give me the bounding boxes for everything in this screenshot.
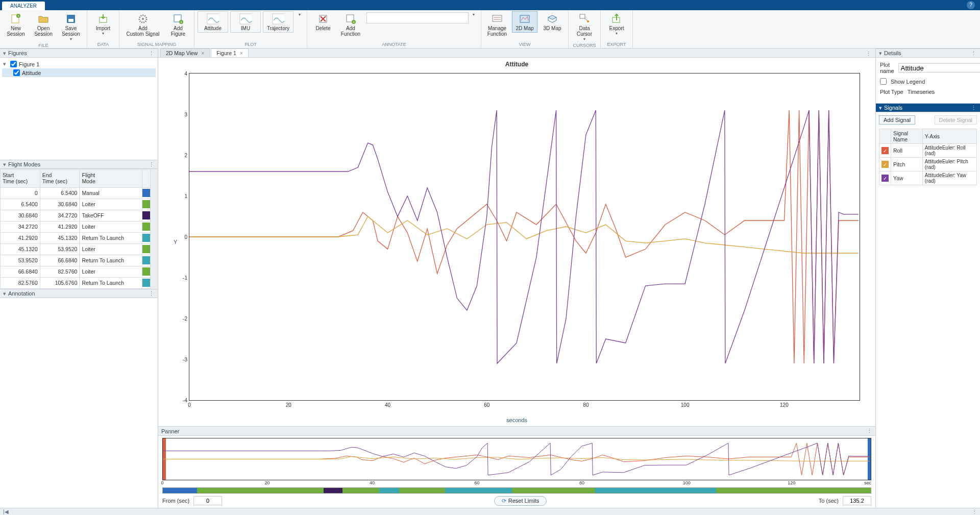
annotate-input[interactable] bbox=[366, 12, 469, 23]
signals-panel-header[interactable]: ▾ Signals ⋮ bbox=[876, 103, 980, 112]
plot-area[interactable]: Attitude Y seconds -4-3-2-10123402040608… bbox=[158, 58, 875, 426]
chevron-down-icon: ▼ bbox=[69, 37, 73, 41]
collapse-icon[interactable]: ▾ bbox=[3, 290, 6, 297]
collapse-icon[interactable]: ▾ bbox=[3, 50, 6, 57]
figure-child-checkbox[interactable] bbox=[13, 69, 20, 76]
2d-map-button[interactable]: 2D Map bbox=[512, 11, 537, 33]
plot-gallery-expand[interactable]: ▼ bbox=[296, 11, 304, 18]
new-session-button[interactable]: + New Session bbox=[3, 11, 29, 38]
panel-menu-icon[interactable]: ⋮ bbox=[149, 50, 155, 57]
signal-row[interactable]: ✓YawAttitudeEuler: Yaw (rad) bbox=[879, 171, 977, 185]
flight-mode-row[interactable]: 06.5400Manual bbox=[1, 187, 151, 199]
delete-icon bbox=[317, 13, 329, 25]
status-back-icon[interactable]: |◀ bbox=[3, 509, 9, 514]
plot-axes[interactable]: -4-3-2-101234020406080100120 bbox=[189, 73, 860, 401]
panner-from-label: From (sec) bbox=[162, 498, 189, 504]
annotation-panel-header[interactable]: ▾ Annotation ⋮ bbox=[0, 289, 158, 298]
panel-menu-icon[interactable]: ⋮ bbox=[971, 50, 977, 57]
add-custom-signal-button[interactable]: Add Custom Signal bbox=[122, 11, 163, 38]
signal-row[interactable]: ✓RollAttitudeEuler: Roll (rad) bbox=[879, 144, 977, 158]
plot-type-label: Plot Type bbox=[880, 89, 903, 95]
mode-bar-segment bbox=[512, 488, 595, 493]
flight-mode-row[interactable]: 82.5760105.6760Return To Launch bbox=[1, 277, 151, 288]
delete-button[interactable]: Delete bbox=[310, 11, 336, 33]
panner-panel: Panner ⋮ 020406080100120sec From (sec) ⟳… bbox=[158, 426, 875, 508]
plot-attitude-button[interactable]: Attitude bbox=[198, 11, 228, 33]
flight-mode-row[interactable]: 66.684082.5760Loiter bbox=[1, 266, 151, 277]
mode-bar bbox=[162, 487, 871, 494]
add-figure-button[interactable]: + Add Figure bbox=[165, 11, 191, 38]
open-folder-icon bbox=[37, 13, 50, 25]
tab-figure-1[interactable]: Figure 1 × bbox=[211, 48, 249, 57]
new-session-icon: + bbox=[10, 13, 22, 25]
svg-rect-4 bbox=[68, 19, 74, 22]
panner-from-input[interactable] bbox=[193, 496, 222, 505]
map-2d-icon bbox=[519, 13, 531, 25]
details-panel-header[interactable]: ▾ Details ⋮ bbox=[876, 48, 980, 58]
add-signal-button[interactable]: Add Signal bbox=[879, 115, 915, 125]
reset-limits-button[interactable]: ⟳ Reset Limits bbox=[494, 496, 547, 506]
panel-menu-icon[interactable]: ⋮ bbox=[867, 428, 872, 434]
signal-color-check[interactable]: ✓ bbox=[881, 161, 889, 168]
plot-imu-button[interactable]: IMU bbox=[230, 11, 261, 33]
collapse-icon[interactable]: ▾ bbox=[3, 161, 6, 168]
signal-color-check[interactable]: ✓ bbox=[881, 147, 889, 154]
plot-trajectory-button[interactable]: Trajectory bbox=[263, 11, 293, 33]
app-tab-analyzer[interactable]: ANALYZER bbox=[2, 2, 45, 10]
svg-text:+: + bbox=[353, 20, 355, 24]
scrollbar[interactable] bbox=[151, 169, 158, 289]
data-cursor-button[interactable]: Data Cursor ▼ bbox=[572, 11, 597, 42]
flight-mode-row[interactable]: 6.540030.6840Loiter bbox=[1, 199, 151, 210]
panel-menu-icon[interactable]: ⋮ bbox=[149, 161, 155, 168]
doc-tabs-menu-icon[interactable]: ⋮ bbox=[866, 51, 871, 57]
chevron-down-icon: ▼ bbox=[472, 13, 476, 16]
flight-mode-row[interactable]: 41.292045.1320Return To Launch bbox=[1, 232, 151, 243]
add-function-icon: + bbox=[345, 13, 357, 25]
flight-mode-row[interactable]: 34.272041.2920Loiter bbox=[1, 221, 151, 232]
panel-menu-icon[interactable]: ⋮ bbox=[971, 105, 977, 111]
flight-modes-table[interactable]: Start Time (sec)End Time (sec)Flight Mod… bbox=[0, 169, 158, 289]
panner-plot[interactable] bbox=[162, 438, 871, 480]
import-button[interactable]: Import ▼ bbox=[90, 11, 116, 37]
add-figure-icon: + bbox=[172, 13, 184, 25]
flight-modes-panel-header[interactable]: ▾ Flight Modes ⋮ bbox=[0, 160, 158, 169]
figures-panel-header[interactable]: ▾ Figures ⋮ bbox=[0, 48, 158, 58]
trajectory-plot-icon bbox=[272, 13, 284, 25]
panner-to-input[interactable] bbox=[843, 496, 871, 505]
figure-tree-child[interactable]: Attitude bbox=[2, 68, 156, 77]
figure-tree-item[interactable]: ▾Figure 1 bbox=[2, 60, 156, 68]
annotation-panel bbox=[0, 298, 158, 508]
close-icon[interactable]: × bbox=[201, 50, 204, 56]
close-icon[interactable]: × bbox=[240, 50, 243, 56]
signals-panel: Add Signal Delete Signal Signal NameY-Ax… bbox=[876, 112, 980, 188]
signal-row[interactable]: ✓PitchAttitudeEuler: Pitch (rad) bbox=[879, 158, 977, 171]
plot-title: Attitude bbox=[158, 58, 875, 71]
collapse-icon[interactable]: ▾ bbox=[879, 50, 882, 57]
export-button[interactable]: Export ▼ bbox=[604, 11, 629, 37]
collapse-icon[interactable]: ▾ bbox=[879, 105, 882, 111]
plot-name-input[interactable] bbox=[898, 63, 980, 72]
manage-function-icon bbox=[491, 13, 503, 25]
panel-menu-icon[interactable]: ⋮ bbox=[149, 290, 155, 297]
export-icon bbox=[610, 13, 623, 25]
status-menu-icon[interactable]: ⋮ bbox=[972, 509, 977, 514]
show-legend-checkbox[interactable] bbox=[880, 78, 887, 85]
open-session-button[interactable]: Open Session bbox=[31, 11, 56, 38]
figure-checkbox[interactable] bbox=[10, 61, 17, 67]
flight-mode-row[interactable]: 53.952066.6840Return To Launch bbox=[1, 255, 151, 266]
3d-map-button[interactable]: 3D Map bbox=[540, 11, 565, 33]
add-function-button[interactable]: + Add Function bbox=[338, 11, 363, 38]
flight-mode-row[interactable]: 45.132053.9520Loiter bbox=[1, 243, 151, 255]
y-axis-label: Y bbox=[174, 239, 177, 245]
manage-function-button[interactable]: Manage Function bbox=[484, 11, 510, 38]
status-bar: |◀ ⋮ bbox=[0, 508, 980, 515]
annotate-expand[interactable]: ▼ bbox=[470, 11, 478, 18]
flight-mode-row[interactable]: 30.684034.2720TakeOFF bbox=[1, 210, 151, 221]
signals-table[interactable]: Signal NameY-Axis✓RollAttitudeEuler: Rol… bbox=[879, 129, 977, 185]
save-session-button[interactable]: Save Session ▼ bbox=[58, 11, 84, 42]
help-icon[interactable]: ? bbox=[967, 1, 975, 9]
svg-rect-22 bbox=[580, 14, 585, 18]
tab-2d-map-view[interactable]: 2D Map View × bbox=[160, 48, 210, 57]
panner-title: Panner bbox=[161, 428, 179, 434]
signal-color-check[interactable]: ✓ bbox=[881, 175, 889, 182]
